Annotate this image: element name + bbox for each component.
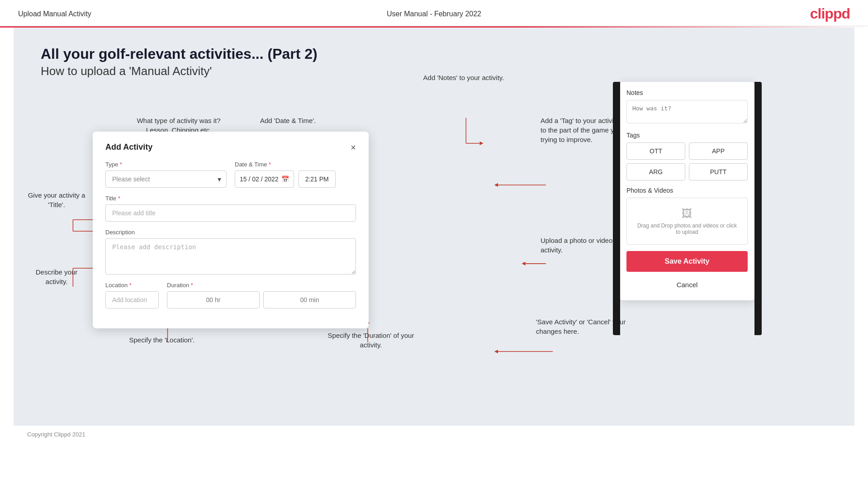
tag-ott[interactable]: OTT bbox=[626, 142, 685, 160]
modal-title: Add Activity bbox=[105, 142, 152, 152]
annotation-describe: Describe your activity. bbox=[27, 267, 86, 286]
annotation-save-cancel: 'Save Activity' or 'Cancel' your changes… bbox=[536, 317, 645, 336]
datetime-label: Date & Time * bbox=[235, 161, 356, 168]
tags-grid: OTT APP ARG PUTT bbox=[626, 142, 748, 180]
phone-left-bar bbox=[613, 82, 620, 335]
tag-app[interactable]: APP bbox=[689, 142, 748, 160]
duration-min-input[interactable] bbox=[263, 291, 356, 308]
title-field-label: Title * bbox=[105, 195, 356, 202]
type-label: Type * bbox=[105, 161, 227, 168]
notes-section-label: Notes bbox=[626, 89, 748, 96]
modal-header: Add Activity × bbox=[105, 142, 356, 152]
tag-putt[interactable]: PUTT bbox=[689, 163, 748, 180]
duration-group: Duration * bbox=[167, 282, 356, 308]
duration-label: Duration * bbox=[167, 282, 356, 289]
manual-label: User Manual - February 2022 bbox=[387, 10, 481, 18]
annotation-datetime: Add 'Date & Time'. bbox=[260, 116, 316, 125]
datetime-group: Date & Time * 15 / 02 / 2022 📅 2:21 PM bbox=[235, 161, 356, 188]
duration-hr-input[interactable] bbox=[167, 291, 260, 308]
notes-input[interactable] bbox=[626, 100, 748, 123]
top-bar: Upload Manual Activity User Manual - Feb… bbox=[0, 0, 868, 26]
cancel-button[interactable]: Cancel bbox=[626, 276, 748, 293]
page-nav-label: Upload Manual Activity bbox=[18, 10, 91, 18]
logo: clippd bbox=[810, 5, 850, 22]
annotation-notes: Add 'Notes' to your activity. bbox=[418, 73, 509, 82]
type-select[interactable]: Please select bbox=[105, 171, 227, 188]
save-activity-button[interactable]: Save Activity bbox=[626, 251, 748, 272]
date-time-inputs: 15 / 02 / 2022 📅 2:21 PM bbox=[235, 171, 356, 188]
annotation-duration: Specify the 'Duration' of your activity. bbox=[321, 331, 421, 350]
time-input[interactable]: 2:21 PM bbox=[299, 171, 336, 188]
annotation-location: Specify the 'Location'. bbox=[126, 335, 198, 345]
annotation-title: Give your activity a 'Title'. bbox=[27, 190, 86, 209]
type-group: Type * Please select bbox=[105, 161, 227, 188]
svg-marker-25 bbox=[522, 262, 525, 265]
location-label: Location * bbox=[105, 282, 159, 289]
add-activity-modal: Add Activity × Type * Please select Date… bbox=[93, 132, 369, 328]
page-title-bold: All your golf-relevant activities... (Pa… bbox=[41, 46, 827, 62]
phone-right-bar bbox=[754, 82, 762, 335]
location-duration-row: Location * Duration * bbox=[105, 282, 356, 308]
type-datetime-row: Type * Please select Date & Time * 15 / … bbox=[105, 161, 356, 188]
tag-arg[interactable]: ARG bbox=[626, 163, 685, 180]
date-input[interactable]: 15 / 02 / 2022 📅 bbox=[235, 171, 294, 188]
tags-label: Tags bbox=[626, 132, 748, 139]
svg-marker-28 bbox=[494, 350, 498, 353]
photos-label: Photos & Videos bbox=[626, 187, 748, 194]
modal-close-button[interactable]: × bbox=[351, 143, 356, 152]
duration-inputs bbox=[167, 291, 356, 308]
location-group: Location * bbox=[105, 282, 159, 308]
description-input[interactable] bbox=[105, 238, 356, 275]
description-label: Description bbox=[105, 229, 356, 236]
location-input[interactable] bbox=[105, 291, 159, 308]
svg-marker-23 bbox=[494, 183, 498, 187]
description-group: Description bbox=[105, 229, 356, 275]
svg-marker-20 bbox=[480, 142, 484, 145]
title-input[interactable] bbox=[105, 204, 356, 222]
upload-icon: 🖼 bbox=[636, 207, 738, 220]
right-panel: Notes Tags OTT APP ARG PUTT Photos & Vid… bbox=[619, 82, 755, 300]
calendar-icon: 📅 bbox=[281, 175, 289, 183]
title-group: Title * bbox=[105, 195, 356, 222]
panel-inner: Notes Tags OTT APP ARG PUTT Photos & Vid… bbox=[619, 82, 755, 300]
main-content: All your golf-relevant activities... (Pa… bbox=[14, 28, 854, 426]
copyright: Copyright Clippd 2021 bbox=[0, 426, 868, 443]
upload-area[interactable]: 🖼 Drag and Drop photos and videos or cli… bbox=[626, 198, 748, 245]
type-select-wrapper: Please select bbox=[105, 171, 227, 188]
upload-text: Drag and Drop photos and videos or click… bbox=[636, 223, 738, 235]
